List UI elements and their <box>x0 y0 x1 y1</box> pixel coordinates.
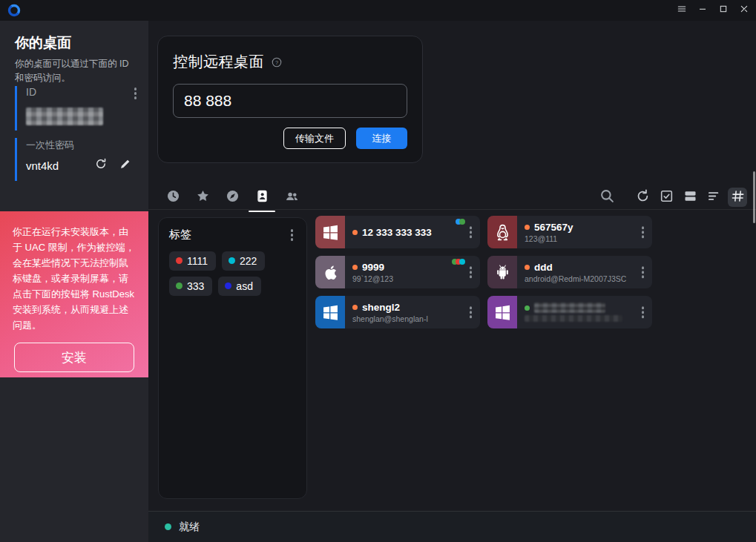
tag-chip-222[interactable]: 222 <box>222 251 265 271</box>
toolbar-actions <box>597 188 747 207</box>
rustdesk-window: 你的桌面 你的桌面可以通过下面的 ID 和密码访问。 ID 一次性密码 vnt4… <box>0 0 756 542</box>
peer-status-dot <box>352 305 358 310</box>
grid-view-icon <box>730 188 746 207</box>
close-icon <box>738 3 750 18</box>
peer-status-dot <box>525 305 530 311</box>
peer-menu-button[interactable] <box>467 305 476 320</box>
one-time-password-label: 一次性密码 <box>26 139 74 151</box>
peer-tag-dots <box>454 259 465 265</box>
peer-subtitle: android@Redmi-M2007J3SC <box>525 274 626 283</box>
hamburger-icon <box>676 3 688 18</box>
select-checkbox-button[interactable] <box>657 188 676 207</box>
peer-menu-button[interactable] <box>639 225 648 239</box>
peer-card-567567y[interactable]: 567567y123@111 <box>487 216 652 248</box>
peer-status-dot <box>352 265 358 270</box>
linux-os-icon <box>487 216 517 248</box>
edit-password-button[interactable] <box>119 157 132 173</box>
clock-icon <box>165 188 181 207</box>
select-checkbox-icon <box>659 188 674 207</box>
peer-subtitle: shenglan@shenglan-l <box>352 314 428 323</box>
peer-card-redacted[interactable] <box>487 296 652 328</box>
grid-view-button[interactable] <box>728 188 747 207</box>
tab-address-book[interactable] <box>254 189 270 205</box>
tags-menu-button[interactable] <box>288 228 297 242</box>
peer-status-dot <box>525 225 530 230</box>
cards-view-button[interactable] <box>680 188 700 207</box>
address-book-icon <box>254 188 270 207</box>
windows-os-icon <box>315 216 345 248</box>
your-desktop-description: 你的桌面可以通过下面的 ID 和密码访问。 <box>15 57 137 86</box>
tag-color-dot <box>176 257 183 264</box>
list-view-icon <box>706 188 722 207</box>
windows-os-icon <box>487 296 517 328</box>
peer-name-redacted <box>534 303 605 313</box>
help-icon[interactable]: ? <box>271 56 283 68</box>
tag-chip-asd[interactable]: asd <box>218 277 261 296</box>
peer-grid: 12 333 333 333567567y123@111999999`12@12… <box>315 216 657 328</box>
regenerate-password-button[interactable] <box>94 157 108 173</box>
refresh-icon <box>635 188 651 207</box>
peer-tag-dots <box>458 219 465 225</box>
peer-name: shengl2 <box>362 302 400 313</box>
tag-label: 1111 <box>187 255 208 267</box>
search-button[interactable] <box>597 188 617 207</box>
close-button[interactable] <box>734 0 755 21</box>
tag-chip-333[interactable]: 333 <box>169 277 212 296</box>
tags-title: 标签 <box>169 228 191 242</box>
tab-favorites[interactable] <box>194 189 211 205</box>
peer-name: ddd <box>534 262 553 273</box>
peer-toolbar <box>157 185 747 209</box>
peer-name: 9999 <box>362 262 384 273</box>
transfer-file-button[interactable]: 传输文件 <box>283 128 346 149</box>
tag-color-dot <box>229 257 235 264</box>
remote-id-input[interactable] <box>173 84 407 118</box>
tag-label: 222 <box>240 255 257 267</box>
peer-card-9999[interactable]: 999999`12@123 <box>315 256 480 288</box>
one-time-password-value: vnt4kd <box>26 159 59 172</box>
id-label: ID <box>26 86 36 98</box>
tag-color-dot <box>176 282 183 289</box>
maximize-button[interactable] <box>713 0 734 21</box>
status-dot <box>165 523 171 530</box>
status-label: 就绪 <box>179 520 200 534</box>
peer-status-dot <box>525 265 530 270</box>
id-section: ID <box>15 86 139 130</box>
your-desktop-title: 你的桌面 <box>15 33 71 53</box>
titlebar <box>0 0 756 21</box>
tab-group[interactable] <box>283 189 300 205</box>
list-view-button[interactable] <box>704 188 723 207</box>
install-button[interactable]: 安装 <box>14 343 134 372</box>
id-value-redacted <box>26 108 103 125</box>
tag-color-dot <box>225 282 231 289</box>
one-time-password-section: 一次性密码 vnt4kd <box>15 138 139 181</box>
minimize-button[interactable] <box>692 0 713 21</box>
refresh-button[interactable] <box>633 188 652 207</box>
android-os-icon <box>487 256 517 288</box>
peer-menu-button[interactable] <box>639 265 648 280</box>
peer-card-shengl2[interactable]: shengl2shenglan@shenglan-l <box>315 296 480 328</box>
tag-chip-1111[interactable]: 1111 <box>169 251 216 271</box>
statusbar: 就绪 <box>148 511 756 542</box>
sidebar: 你的桌面 你的桌面可以通过下面的 ID 和密码访问。 ID 一次性密码 vnt4… <box>0 21 148 542</box>
cards-view-icon <box>683 188 698 207</box>
tag-chips: 1111222333asd <box>169 251 296 296</box>
install-warning-banner: 你正在运行未安装版本，由于 UAC 限制，作为被控端，会在某些情况下无法控制鼠标… <box>0 211 148 377</box>
toolbar-divider <box>148 209 756 210</box>
peer-menu-button[interactable] <box>467 225 476 239</box>
minimize-icon <box>697 3 709 18</box>
tab-recent-sessions[interactable] <box>165 189 181 205</box>
peer-name: 567567y <box>534 222 573 233</box>
scrollbar[interactable] <box>753 171 755 223</box>
peer-menu-button[interactable] <box>467 265 476 280</box>
tab-discovered[interactable] <box>224 189 240 205</box>
main-area: 控制远程桌面 ? 传输文件 连接 标签 1111222333asd 1 <box>148 21 756 542</box>
id-menu-button[interactable] <box>131 86 140 101</box>
maximize-icon <box>717 3 729 18</box>
star-icon <box>195 188 211 207</box>
peer-subtitle: 123@111 <box>525 234 573 243</box>
peer-menu-button[interactable] <box>639 305 648 320</box>
menu-button[interactable] <box>671 0 692 21</box>
connect-button[interactable]: 连接 <box>356 128 407 149</box>
peer-card-12-333-333-333[interactable]: 12 333 333 333 <box>315 216 480 248</box>
peer-card-ddd[interactable]: dddandroid@Redmi-M2007J3SC <box>487 256 652 288</box>
